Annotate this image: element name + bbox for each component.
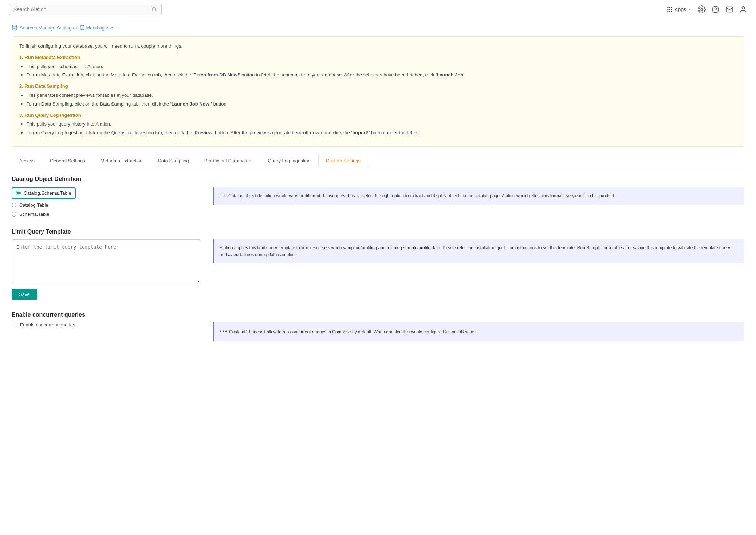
radio-catalog-table[interactable] bbox=[12, 203, 16, 207]
svg-point-11 bbox=[701, 8, 703, 11]
marklogic-db-icon bbox=[80, 25, 85, 30]
limit-query-layout: Save Alation applies this limit query te… bbox=[12, 239, 744, 300]
svg-rect-10 bbox=[671, 11, 672, 12]
concurrent-help: ••• CustomDB doesn't allow to run concur… bbox=[213, 322, 744, 341]
concurrent-left: Enable concurrent queries. bbox=[12, 322, 201, 341]
info-step-2: 2. Run Data Sampling This generates cont… bbox=[19, 83, 737, 108]
step1-title: 1. Run Metadata Extraction bbox=[19, 54, 737, 62]
limit-query-title: Limit Query Template bbox=[12, 229, 744, 235]
catalog-object-title: Catalog Object Definition bbox=[12, 176, 744, 182]
step2-bullet-1: This generates content previews for tabl… bbox=[27, 92, 737, 99]
svg-rect-4 bbox=[671, 7, 672, 8]
settings-icon[interactable] bbox=[698, 5, 706, 13]
limit-query-left: Save bbox=[12, 239, 201, 300]
svg-line-1 bbox=[155, 10, 156, 11]
help-icon[interactable] bbox=[712, 5, 720, 13]
step2-bullet-2: To run Data Sampling, click on the Data … bbox=[27, 100, 737, 108]
breadcrumb: Sources Manage Settings / MarkLogic ↗ bbox=[0, 19, 756, 33]
concurrent-queries-section: Enable concurrent queries Enable concurr… bbox=[12, 312, 744, 341]
save-button-wrapper: Save bbox=[12, 284, 201, 300]
breadcrumb-current: MarkLogic ↗ bbox=[80, 25, 114, 31]
catalog-object-layout: Catalog.Schema.Table Catalog.Table Schem… bbox=[12, 187, 744, 217]
concurrent-title: Enable concurrent queries bbox=[12, 312, 744, 318]
svg-rect-2 bbox=[667, 7, 668, 8]
step3-bullet-2: To run Query Log Ingestion, click on the… bbox=[27, 129, 737, 137]
limit-query-section: Limit Query Template Save Alation applie… bbox=[12, 229, 744, 300]
step1-bullets: This pulls your schemas into Alation. To… bbox=[27, 63, 737, 79]
apps-button[interactable]: Apps bbox=[666, 6, 692, 13]
svg-point-16 bbox=[80, 25, 84, 27]
svg-rect-9 bbox=[669, 11, 670, 12]
step3-bullets: This pulls your query history into Alati… bbox=[27, 120, 737, 137]
tab-per-object-parameters[interactable]: Per-Object Parameters bbox=[197, 154, 260, 167]
step1-bullet-1: This pulls your schemas into Alation. bbox=[27, 63, 737, 71]
svg-point-14 bbox=[742, 6, 744, 9]
tab-data-sampling[interactable]: Data Sampling bbox=[150, 154, 196, 167]
grid-icon bbox=[666, 6, 673, 13]
svg-point-15 bbox=[12, 25, 17, 27]
sources-manage-settings-link[interactable]: Sources Manage Settings bbox=[20, 25, 74, 31]
tab-bar: Access General Settings Metadata Extract… bbox=[12, 154, 744, 167]
breadcrumb-separator: / bbox=[76, 25, 78, 31]
concurrent-layout: Enable concurrent queries. ••• CustomDB … bbox=[12, 322, 744, 341]
svg-rect-3 bbox=[669, 7, 670, 8]
database-icon bbox=[12, 25, 17, 31]
limit-query-help: Alation applies this limit query templat… bbox=[213, 239, 744, 263]
concurrent-checkbox-label[interactable]: Enable concurrent queries. bbox=[12, 322, 76, 328]
radio-schema-table[interactable] bbox=[12, 212, 16, 217]
catalog-object-section: Catalog Object Definition Catalog.Schema… bbox=[12, 176, 744, 217]
catalog-object-radio-group: Catalog.Schema.Table Catalog.Table Schem… bbox=[12, 187, 201, 217]
svg-rect-6 bbox=[669, 9, 670, 10]
tab-access[interactable]: Access bbox=[12, 154, 42, 167]
external-link-icon[interactable]: ↗ bbox=[109, 25, 113, 31]
save-button[interactable]: Save bbox=[12, 289, 37, 300]
apps-label: Apps bbox=[674, 7, 686, 12]
info-step-1: 1. Run Metadata Extraction This pulls yo… bbox=[19, 54, 737, 79]
step2-bullets: This generates content previews for tabl… bbox=[27, 92, 737, 108]
svg-rect-8 bbox=[667, 11, 668, 12]
catalog-object-help: The Catalog object definition would vary… bbox=[213, 187, 744, 205]
svg-rect-5 bbox=[667, 9, 668, 10]
step3-bullet-1: This pulls your query history into Alati… bbox=[27, 120, 737, 128]
tab-custom-settings[interactable]: Custom Settings bbox=[318, 154, 368, 167]
main-content: Catalog Object Definition Catalog.Schema… bbox=[0, 167, 756, 350]
svg-point-0 bbox=[152, 7, 156, 11]
info-intro: To finish configuring your database, you… bbox=[19, 43, 737, 50]
concurrent-checkbox[interactable] bbox=[12, 322, 16, 326]
tab-general-settings[interactable]: General Settings bbox=[42, 154, 93, 167]
step1-bullet-2: To run Metadata Extraction, click on the… bbox=[27, 71, 737, 79]
catalog-object-left: Catalog.Schema.Table Catalog.Table Schem… bbox=[12, 187, 201, 217]
dots-decoration: ••• bbox=[220, 328, 228, 334]
info-box: To finish configuring your database, you… bbox=[12, 36, 744, 147]
radio-option-schema-table[interactable]: Schema.Table bbox=[12, 211, 201, 217]
step3-title: 3. Run Query Log Ingestion bbox=[19, 112, 737, 119]
user-icon[interactable] bbox=[739, 5, 747, 13]
nav-right: Apps bbox=[666, 5, 747, 13]
radio-option-catalog-table[interactable]: Catalog.Table bbox=[12, 202, 201, 208]
mail-icon[interactable] bbox=[725, 5, 733, 13]
step2-title: 2. Run Data Sampling bbox=[19, 83, 737, 90]
search-icon bbox=[151, 7, 157, 12]
radio-catalog-schema-table[interactable] bbox=[16, 191, 21, 195]
svg-rect-7 bbox=[671, 9, 672, 10]
radio-option-catalog-schema-table[interactable]: Catalog.Schema.Table bbox=[12, 187, 76, 199]
chevron-down-icon bbox=[688, 7, 692, 12]
search-bar[interactable] bbox=[9, 4, 162, 15]
search-input[interactable] bbox=[13, 7, 149, 12]
limit-query-textarea[interactable] bbox=[12, 239, 201, 283]
top-navigation: Apps bbox=[0, 0, 756, 19]
tab-query-log-ingestion[interactable]: Query Log Ingestion bbox=[260, 154, 318, 167]
tab-metadata-extraction[interactable]: Metadata Extraction bbox=[93, 154, 150, 167]
info-step-3: 3. Run Query Log Ingestion This pulls yo… bbox=[19, 112, 737, 137]
